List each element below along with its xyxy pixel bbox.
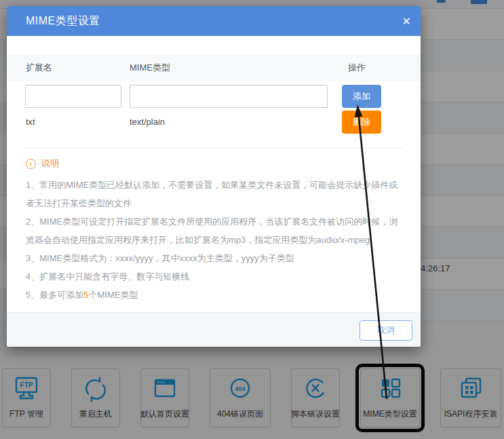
note-5-prefix: 5、最多可添加: [26, 290, 83, 300]
row-extension-value: txt: [26, 111, 35, 134]
note-item-4: 4、扩展名中只能含有字母、数字与短横线: [26, 267, 403, 286]
page: 4:26:17 FTP FTP 管理 重启主机: [0, 0, 504, 439]
cancel-button[interactable]: 取消: [360, 320, 412, 341]
close-icon[interactable]: ✕: [402, 6, 411, 36]
column-header-mime-type: MIME类型: [130, 54, 170, 81]
notes-title-row: i 说明: [26, 157, 403, 170]
note-item-2: 2、MIME类型可设定打开指定扩展名文件所使用的应用程序，当该扩展名文件被访问的…: [26, 212, 403, 249]
mime-settings-dialog: MIME类型设置 ✕ 扩展名 MIME类型 操作 添加 txt text/pla…: [7, 6, 421, 347]
notes-section: i 说明 1、常用的MIME类型已经默认添加，不需要设置，如果某类文件未设置，可…: [26, 157, 403, 304]
dialog-footer: 取消: [7, 312, 421, 347]
notes-title: 说明: [41, 157, 59, 170]
note-item-3: 3、MIME类型格式为：xxxx/yyyy，其中xxxx为主类型，yyyy为子类…: [26, 249, 403, 267]
mime-type-input[interactable]: [130, 85, 328, 108]
extension-input[interactable]: [25, 85, 121, 108]
delete-button[interactable]: 删除: [342, 111, 381, 134]
divider: [25, 148, 402, 149]
row-mime-value: text/plain: [130, 111, 165, 134]
dialog-header: MIME类型设置 ✕: [7, 6, 421, 36]
note-item-5: 5、最多可添加5个MIME类型: [26, 286, 403, 304]
info-icon: i: [26, 159, 36, 169]
dialog-title: MIME类型设置: [26, 14, 100, 28]
column-header-operation: 操作: [348, 54, 366, 81]
notes-body: 1、常用的MIME类型已经默认添加，不需要设置，如果某类文件未设置，可能会提示缺…: [26, 176, 403, 304]
table-header-row: 扩展名 MIME类型 操作: [7, 54, 421, 81]
note-5-suffix: 个MIME类型: [88, 290, 138, 300]
column-header-extension: 扩展名: [26, 54, 52, 81]
note-item-1: 1、常用的MIME类型已经默认添加，不需要设置，如果某类文件未设置，可能会提示缺…: [26, 176, 403, 212]
add-button[interactable]: 添加: [342, 85, 381, 108]
